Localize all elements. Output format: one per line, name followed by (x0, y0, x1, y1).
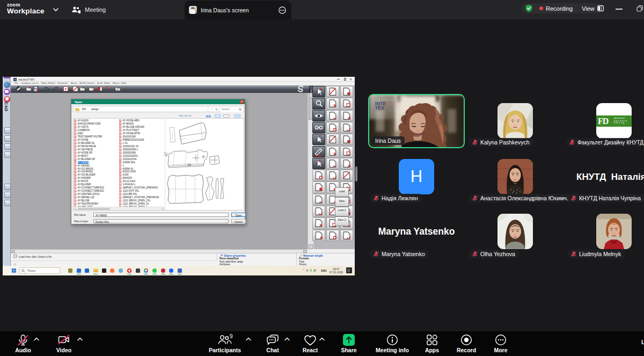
svg-text:9: 9 (230, 334, 233, 339)
svg-text:VM: VM (187, 164, 191, 166)
